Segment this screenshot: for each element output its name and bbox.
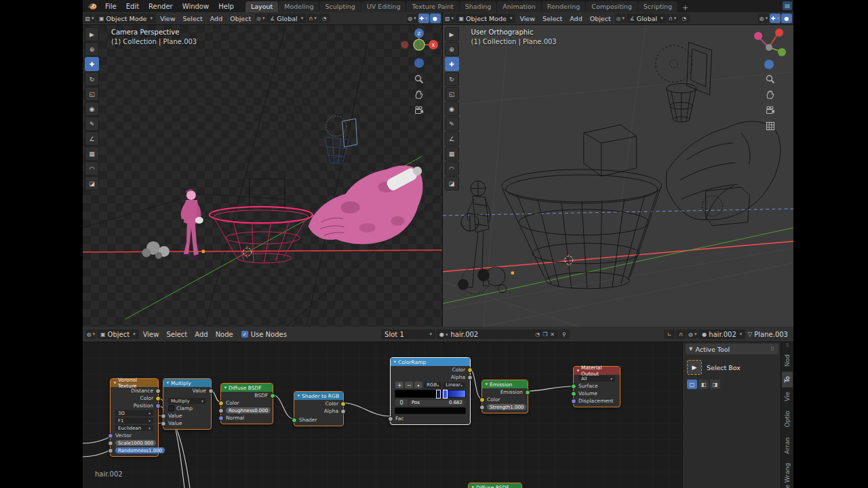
wire-hand[interactable] [666, 121, 780, 220]
tab-tool[interactable]: To [782, 371, 793, 387]
node-material-output[interactable]: Material Output All Surface Volume Displ… [573, 366, 620, 407]
wire-spheres[interactable] [457, 267, 506, 294]
clamp-checkbox[interactable] [168, 405, 174, 411]
shading-mode-icon[interactable]: ● [781, 14, 792, 23]
node-shader-to-rgb[interactable]: Shader to RGB Color Alpha Shader [294, 391, 344, 426]
tool-measure[interactable]: ∠ [85, 131, 99, 146]
collapse-icon[interactable] [486, 384, 488, 386]
workspace-tab-rendering[interactable]: Rendering [542, 1, 586, 12]
tool-select-box[interactable]: ▶ [85, 27, 99, 41]
socket-normal[interactable] [218, 415, 224, 421]
socket-color[interactable] [340, 401, 346, 407]
socket-emission[interactable] [525, 390, 530, 395]
zoom-icon[interactable] [414, 74, 425, 85]
ortho-viewport-canvas[interactable]: User Orthographic (1) Collection | Plane… [443, 24, 794, 327]
tool-annotate[interactable]: ✎ [445, 117, 459, 131]
color-mode-dropdown[interactable]: RGB [424, 382, 441, 388]
hoop-sketch[interactable] [325, 116, 357, 164]
tool-add-cube[interactable]: ▦ [85, 146, 99, 161]
stop-position-field[interactable]: Pos0.682 [409, 400, 465, 406]
proportional-edit-icon[interactable]: ∟ [664, 329, 675, 339]
gizmos-icon[interactable]: ✚ [418, 14, 429, 23]
socket-roughness[interactable] [218, 408, 224, 413]
object-menu[interactable]: Object [226, 15, 254, 22]
ramp-stop-selected[interactable] [443, 390, 448, 399]
menu-file[interactable]: File [100, 3, 121, 10]
overlays-icon[interactable]: ◍ [687, 329, 698, 339]
tool-shear[interactable]: ◪ [445, 176, 459, 190]
pink-hand[interactable] [309, 163, 425, 244]
workspace-tab-animation[interactable]: Animation [497, 1, 540, 12]
select-mode-extend[interactable]: ◧ [698, 380, 709, 389]
socket-bsdf[interactable] [270, 393, 275, 399]
node-color-ramp[interactable]: ColorRamp Color Alpha + − ▾ RGB Linear [390, 357, 471, 425]
remove-stop-button[interactable]: − [405, 382, 413, 388]
socket-color[interactable] [155, 396, 161, 401]
material-field[interactable]: ● hair.002 ◔ ❐ ✕ [436, 329, 558, 339]
randomness-field[interactable]: Randomness1.000 [115, 447, 165, 453]
shading-mode-icon[interactable]: ● [430, 14, 441, 23]
pan-hand-icon[interactable] [414, 89, 425, 100]
workspace-tab-compositing[interactable]: Compositing [586, 1, 637, 12]
unlink-icon[interactable]: ✕ [550, 331, 555, 338]
roughness-field[interactable]: Roughness0.000 [226, 407, 271, 413]
select-mode-new[interactable]: ▢ [687, 380, 697, 389]
pivot-point-icon[interactable]: ◎ [615, 14, 626, 23]
active-tool-panel-header[interactable]: ▼ Active Tool ⠿ [686, 344, 778, 354]
workspace-tab-shading[interactable]: Shading [460, 1, 497, 12]
panel-grip-icon[interactable]: ⠿ [770, 346, 775, 352]
socket-value-out[interactable] [208, 388, 214, 394]
strength-field[interactable]: Strength1.000 [487, 404, 526, 410]
fake-user-icon[interactable]: ◔ [535, 331, 540, 338]
new-material-icon[interactable]: ❐ [542, 331, 547, 338]
collapse-icon[interactable] [114, 382, 117, 384]
select-menu[interactable]: Select [179, 15, 205, 22]
browse-material-icon[interactable]: ● [439, 331, 448, 338]
node-header[interactable]: Multiply [163, 379, 211, 387]
orientation-dropdown[interactable]: ∡Global [267, 14, 307, 23]
orientation-dropdown[interactable]: ∡Global [627, 14, 667, 23]
mode-dropdown[interactable]: ▣Object Mode [96, 14, 156, 23]
snap-icon[interactable]: ∩ [667, 14, 678, 23]
add-stop-button[interactable]: + [395, 382, 403, 388]
tool-transform[interactable]: ◉ [445, 102, 459, 116]
socket-vector[interactable] [108, 433, 113, 439]
overlays-icon[interactable]: ◍ [407, 14, 418, 23]
camera-viewport-canvas[interactable]: Camera Perspective (1) Collection | Plan… [83, 24, 442, 327]
add-menu[interactable]: Add [207, 15, 226, 22]
workspace-tab-modeling[interactable]: Modeling [279, 1, 319, 12]
panel-collapse-icon[interactable]: ▼ [689, 346, 692, 352]
tool-transform[interactable]: ◉ [85, 102, 99, 116]
socket-color[interactable] [218, 401, 224, 406]
tab-view[interactable]: Vie [782, 387, 793, 406]
socket-surface[interactable] [571, 384, 576, 389]
pin-icon[interactable]: ⚲ [559, 329, 570, 339]
node-menu[interactable]: Node [212, 331, 237, 338]
socket-fac[interactable] [388, 416, 393, 422]
select-menu[interactable]: Select [539, 15, 566, 22]
collapse-icon[interactable] [167, 382, 170, 384]
socket-color[interactable] [479, 397, 485, 403]
menu-help[interactable]: Help [214, 3, 239, 10]
tab-arrange[interactable]: Arran [782, 432, 793, 459]
object-menu[interactable]: Object [587, 15, 614, 22]
snap-icon[interactable]: ∩ [307, 14, 318, 23]
socket-scale[interactable] [108, 441, 113, 446]
editor-type-icon[interactable]: ▧ [444, 14, 455, 23]
gizmos-icon[interactable]: ✚ [770, 14, 781, 23]
tool-cursor[interactable]: ⊕ [445, 42, 459, 56]
workspace-tab-layout[interactable]: Layout [245, 1, 278, 12]
tool-add-cube[interactable]: ▦ [445, 146, 459, 161]
node-header[interactable]: Emission [482, 380, 528, 388]
operation-dropdown[interactable]: Multiply [168, 398, 206, 404]
blender-logo-icon[interactable] [87, 2, 98, 10]
tool-rotate[interactable]: ↻ [85, 72, 99, 86]
tool-cursor[interactable]: ⊕ [85, 42, 99, 56]
node-header[interactable]: ColorRamp [391, 358, 470, 366]
select-box-tool-icon[interactable]: ▶ [687, 360, 702, 375]
pivot-point-icon[interactable]: ◎ [255, 14, 266, 23]
view-layer-icon[interactable]: ▤ [783, 1, 792, 10]
tab-node-wrangler[interactable]: Node Wrang [782, 458, 793, 488]
node-emission[interactable]: Emission Emission Color Strength1.000 [481, 380, 528, 413]
collapse-icon[interactable] [224, 387, 227, 389]
